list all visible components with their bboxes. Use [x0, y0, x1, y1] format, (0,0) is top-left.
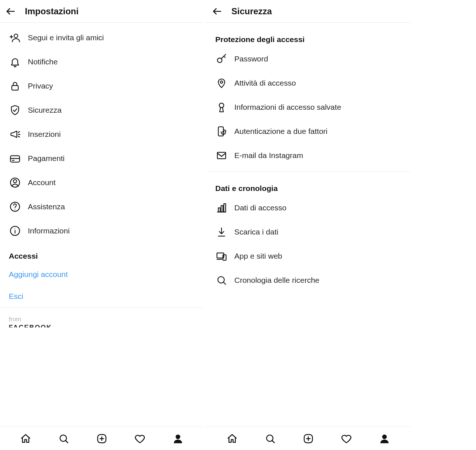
svg-rect-38 [223, 255, 226, 260]
lock-icon [9, 80, 21, 92]
section-data-history: Dati e cronologia [207, 175, 410, 196]
item-security[interactable]: Sicurezza [0, 98, 204, 122]
svg-point-14 [15, 209, 15, 210]
location-icon [215, 77, 228, 89]
tab-home[interactable] [18, 431, 33, 446]
settings-title: Impostazioni [25, 6, 79, 16]
item-label: Informazioni [28, 226, 70, 235]
brand-label: FACEBOOK [9, 324, 195, 327]
devices-icon [215, 250, 228, 262]
item-label: Segui e invita gli amici [28, 33, 104, 42]
item-label: E-mail da Instagram [234, 151, 303, 160]
link-logout[interactable]: Esci [0, 285, 204, 307]
tab-profile[interactable] [171, 431, 185, 446]
settings-pane: Impostazioni Segui e invita gli amici No… [0, 0, 204, 450]
item-privacy[interactable]: Privacy [0, 74, 204, 98]
svg-point-12 [14, 180, 17, 183]
svg-rect-31 [218, 208, 220, 212]
item-label: Account [28, 178, 56, 187]
item-account[interactable]: Account [0, 170, 204, 195]
item-payments[interactable]: Pagamenti [0, 146, 204, 170]
svg-point-23 [176, 434, 181, 439]
item-label: Cronologia delle ricerche [234, 276, 319, 285]
megaphone-icon [9, 128, 21, 140]
item-label: Inserzioni [28, 130, 61, 139]
tab-profile[interactable] [377, 431, 392, 446]
add-icon [303, 433, 314, 444]
person-plus-icon [9, 31, 21, 44]
tab-activity[interactable] [339, 431, 354, 446]
svg-point-27 [219, 103, 224, 108]
home-icon [227, 433, 238, 444]
item-download-data[interactable]: Scarica i dati [207, 220, 410, 244]
svg-line-5 [18, 132, 20, 133]
home-icon [20, 433, 31, 444]
bell-icon [9, 56, 21, 68]
tab-search[interactable] [56, 431, 71, 446]
item-label: Sicurezza [28, 106, 62, 115]
item-emails[interactable]: E-mail da Instagram [207, 143, 410, 168]
tab-add[interactable] [94, 431, 109, 446]
item-apps-websites[interactable]: App e siti web [207, 244, 410, 268]
security-pane: Sicurezza Protezione degli accessi Passw… [207, 0, 410, 450]
item-help[interactable]: Assistenza [0, 195, 204, 219]
item-label: Attività di accesso [234, 79, 296, 87]
item-password[interactable]: Password [207, 47, 410, 71]
card-icon [9, 152, 21, 165]
security-content: Protezione degli accessi Password Attivi… [207, 23, 410, 427]
tabbar [0, 427, 204, 450]
item-label: Password [234, 55, 268, 63]
section-accessi: Accessi [0, 243, 204, 263]
shield-check-icon [9, 104, 21, 116]
item-label: Pagamenti [28, 154, 64, 163]
item-2fa[interactable]: Autenticazione a due fattori [207, 119, 410, 143]
item-label: Privacy [28, 82, 53, 90]
tab-search[interactable] [263, 431, 278, 446]
link-add-account[interactable]: Aggiungi account [0, 263, 204, 285]
tabbar [207, 427, 410, 450]
back-arrow-icon [212, 6, 223, 17]
tab-home[interactable] [225, 431, 239, 446]
item-access-data[interactable]: Dati di accesso [207, 196, 410, 220]
item-follow-invite[interactable]: Segui e invita gli amici [0, 26, 204, 50]
back-button[interactable] [5, 6, 20, 17]
profile-icon [379, 433, 390, 444]
item-saved-login[interactable]: Informazioni di accesso salvate [207, 95, 410, 119]
info-icon [9, 225, 21, 237]
item-ads[interactable]: Inserzioni [0, 122, 204, 146]
settings-header: Impostazioni [0, 0, 204, 23]
item-label: Dati di accesso [234, 203, 286, 212]
svg-rect-4 [12, 86, 18, 90]
item-login-activity[interactable]: Attività di accesso [207, 71, 410, 95]
add-icon [96, 433, 107, 444]
svg-point-1 [14, 34, 18, 38]
download-icon [215, 226, 228, 238]
tab-activity[interactable] [133, 431, 147, 446]
item-search-history[interactable]: Cronologia delle ricerche [207, 268, 410, 292]
profile-icon [172, 433, 183, 444]
item-info[interactable]: Informazioni [0, 219, 204, 243]
svg-line-19 [66, 440, 68, 443]
phone-shield-icon [215, 125, 228, 138]
item-label: Informazioni di accesso salvate [234, 103, 341, 112]
settings-content: Segui e invita gli amici Notifiche Priva… [0, 23, 204, 427]
svg-point-46 [382, 434, 387, 439]
item-label: Notifiche [28, 57, 58, 66]
keyhole-icon [215, 101, 228, 113]
search-icon [58, 433, 69, 444]
svg-rect-32 [221, 206, 223, 212]
heart-icon [134, 433, 145, 444]
svg-rect-29 [217, 152, 226, 159]
item-label: Scarica i dati [234, 228, 278, 236]
svg-line-40 [223, 282, 226, 284]
divider [207, 171, 410, 172]
back-button[interactable] [212, 6, 226, 17]
tab-add[interactable] [301, 431, 316, 446]
item-label: Assistenza [28, 202, 65, 211]
from-label: from [9, 316, 195, 323]
svg-point-17 [15, 228, 15, 229]
help-icon [9, 200, 21, 213]
chart-icon [215, 202, 228, 214]
svg-rect-33 [224, 204, 226, 212]
item-notifications[interactable]: Notifiche [0, 50, 204, 74]
